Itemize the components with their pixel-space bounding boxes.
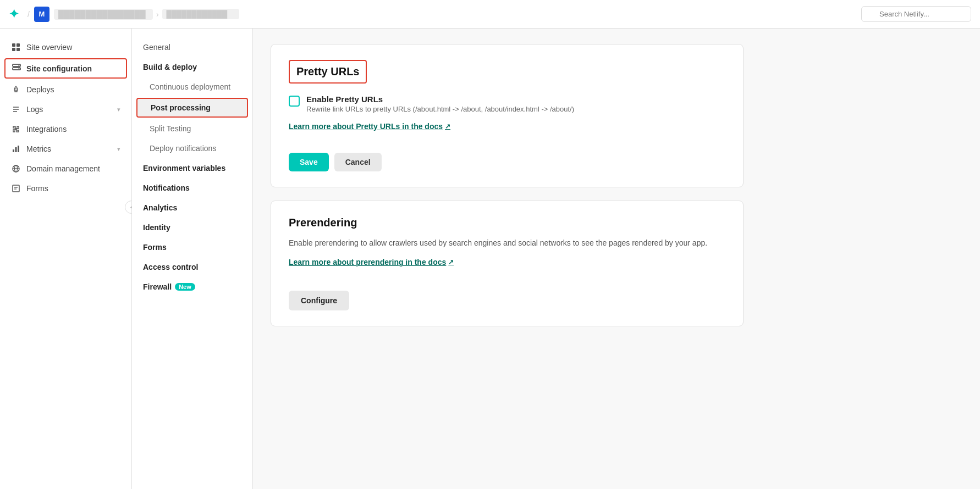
sidebar-item-site-configuration[interactable]: Site configuration (4, 58, 127, 79)
external-link-icon: ↗ (445, 123, 450, 130)
svg-rect-0 (12, 43, 15, 47)
save-button[interactable]: Save (289, 153, 329, 171)
svg-rect-2 (12, 48, 15, 51)
sidebar: Site overview Site configuration Deploys… (0, 29, 132, 489)
sidebar-item-label: Logs (26, 105, 43, 114)
sidebar-item-label: Domain management (26, 164, 100, 173)
search-wrap: 🔍 (861, 6, 971, 22)
prerendering-card: Prerendering Enable prerendering to allo… (271, 201, 744, 326)
sidebar-item-label: Deploys (26, 85, 54, 94)
mid-nav-item-general[interactable]: General (132, 37, 252, 57)
svg-rect-13 (15, 147, 17, 152)
mid-nav-item-continuous-deployment[interactable]: Continuous deployment (132, 77, 252, 97)
main-content: Pretty URLs Enable Pretty URLs Rewrite l… (253, 29, 980, 489)
sidebar-item-label: Site overview (26, 43, 72, 52)
mid-nav-item-split-testing[interactable]: Split Testing (132, 119, 252, 138)
svg-rect-3 (16, 48, 20, 51)
chart-icon (11, 144, 21, 154)
pretty-urls-docs-link[interactable]: Learn more about Pretty URLs in the docs… (289, 122, 450, 131)
list-icon (11, 104, 21, 114)
nav-divider: / (27, 10, 30, 19)
mid-nav-item-analytics[interactable]: Analytics (132, 198, 252, 218)
svg-rect-1 (16, 43, 20, 47)
sidebar-item-label: Site configuration (26, 64, 92, 73)
sidebar-item-site-overview[interactable]: Site overview (0, 37, 131, 57)
sidebar-item-label: Forms (26, 184, 48, 193)
top-nav: ✦ / M ████████████████ › ████████████ 🔍 (0, 0, 980, 29)
checkbox-label-group: Enable Pretty URLs Rewrite link URLs to … (306, 95, 574, 113)
main-layout: Site overview Site configuration Deploys… (0, 29, 980, 489)
sidebar-item-metrics[interactable]: Metrics ▾ (0, 139, 131, 159)
mid-nav-item-notifications[interactable]: Notifications (132, 178, 252, 198)
prerendering-description: Enable prerendering to allow crawlers us… (289, 237, 725, 249)
external-link-icon: ↗ (448, 258, 454, 266)
avatar[interactable]: M (34, 7, 49, 22)
checkbox-label: Enable Pretty URLs (306, 95, 574, 104)
prerendering-docs-link-wrap: Learn more about prerendering in the doc… (289, 258, 725, 277)
pretty-urls-actions: Save Cancel (289, 153, 725, 171)
mid-nav-item-post-processing[interactable]: Post processing (136, 98, 248, 118)
sidebar-item-logs[interactable]: Logs ▾ (0, 99, 131, 119)
enable-pretty-urls-checkbox[interactable] (289, 96, 300, 107)
chevron-down-icon: ▾ (117, 106, 120, 113)
sidebar-divider: ‹ (0, 207, 131, 208)
grid-icon (11, 42, 21, 52)
rocket-icon (11, 85, 21, 95)
prerendering-title: Prerendering (289, 216, 725, 229)
mid-nav: General Build & deploy Continuous deploy… (132, 29, 253, 489)
globe-icon (11, 164, 21, 174)
sidebar-item-forms[interactable]: Forms (0, 179, 131, 198)
mid-nav-item-forms[interactable]: Forms (132, 237, 252, 257)
sidebar-item-domain-management[interactable]: Domain management (0, 159, 131, 179)
enable-pretty-urls-row: Enable Pretty URLs Rewrite link URLs to … (289, 95, 725, 113)
svg-point-8 (15, 88, 16, 89)
svg-point-7 (19, 68, 20, 69)
svg-point-6 (19, 65, 20, 66)
pretty-urls-card: Pretty URLs Enable Pretty URLs Rewrite l… (271, 44, 744, 187)
svg-rect-14 (18, 146, 19, 152)
puzzle-icon (11, 124, 21, 134)
site-name-breadcrumb: ████████████████ (54, 9, 153, 20)
pretty-urls-title: Pretty URLs (289, 60, 367, 84)
mid-nav-item-environment-variables[interactable]: Environment variables (132, 158, 252, 178)
mid-nav-item-firewall[interactable]: Firewall New (132, 277, 252, 297)
checkbox-description: Rewrite link URLs to pretty URLs (/about… (306, 105, 574, 113)
sidebar-collapse-button[interactable]: ‹ (125, 201, 132, 214)
sidebar-item-integrations[interactable]: Integrations (0, 119, 131, 139)
sidebar-item-label: Metrics (26, 145, 51, 153)
mid-nav-item-identity[interactable]: Identity (132, 218, 252, 237)
server-icon (12, 63, 21, 74)
form-icon (11, 184, 21, 193)
mid-nav-item-build-deploy[interactable]: Build & deploy (132, 57, 252, 77)
svg-rect-12 (13, 149, 14, 152)
pretty-urls-docs-link-wrap: Learn more about Pretty URLs in the docs… (289, 122, 725, 142)
netlify-logo-icon: ✦ (9, 7, 19, 21)
configure-button[interactable]: Configure (289, 291, 349, 310)
sidebar-item-label: Integrations (26, 125, 67, 134)
page-breadcrumb: ████████████ (162, 9, 239, 19)
chevron-down-icon: ▾ (117, 146, 120, 153)
search-input[interactable] (861, 6, 971, 22)
mid-nav-item-access-control[interactable]: Access control (132, 257, 252, 277)
mid-nav-item-deploy-notifications[interactable]: Deploy notifications (132, 138, 252, 158)
cancel-button[interactable]: Cancel (334, 153, 382, 171)
new-badge: New (175, 283, 195, 291)
svg-rect-18 (13, 185, 19, 192)
prerendering-docs-link[interactable]: Learn more about prerendering in the doc… (289, 258, 454, 266)
sidebar-item-deploys[interactable]: Deploys (0, 80, 131, 99)
